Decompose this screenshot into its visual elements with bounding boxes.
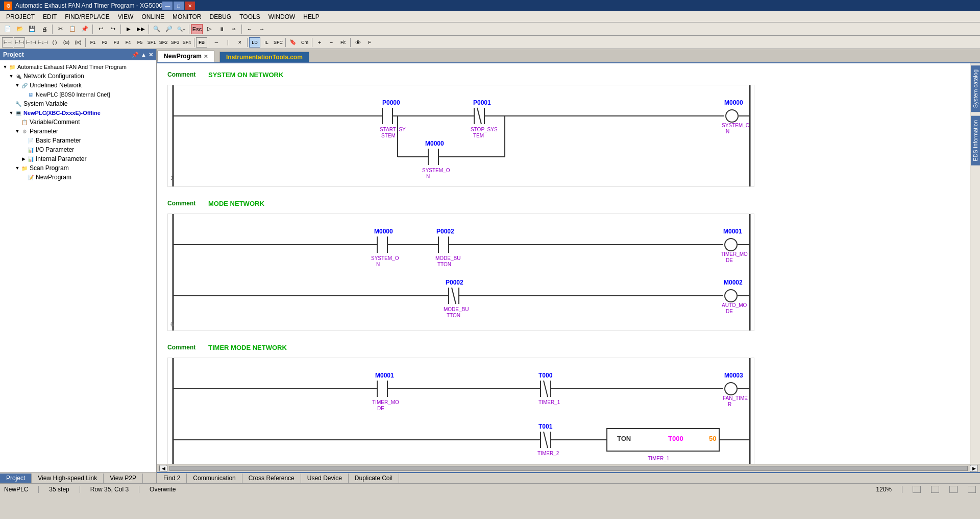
panel-pin-btn[interactable]: 📌 — [132, 52, 139, 58]
tab-newprogram[interactable]: NewProgram ✕ — [157, 51, 214, 62]
tb2-f4[interactable]: F4 — [122, 37, 134, 48]
editor-area[interactable]: Comment SYSTEM ON NETWORK 1 — [157, 63, 970, 464]
tb2-neg-edge[interactable]: ⊢↓⊣ — [37, 37, 48, 48]
tb2-nc-contact[interactable]: ⊢/⊣ — [14, 37, 25, 48]
zoom-out-btn[interactable]: 🔍− — [176, 24, 187, 34]
tb2-zoom-in[interactable]: + — [314, 37, 325, 48]
tb2-zoom-fit[interactable]: Fit — [337, 37, 349, 48]
tab-website[interactable]: InstrumentationTools.com — [219, 52, 309, 62]
run-btn[interactable]: ▷ — [204, 24, 215, 34]
btab-highspeed[interactable]: View High-speed Link — [32, 474, 104, 483]
tb2-sfcview[interactable]: SFC — [273, 37, 284, 48]
tree-item-varcomment[interactable]: ▶ 📋 Variable/Comment — [0, 117, 156, 127]
project-panel-header: Project 📌 ▲ ✕ — [0, 49, 156, 60]
panel-restore-btn[interactable]: ▲ — [141, 52, 146, 58]
tb2-sf2[interactable]: SF2 — [158, 37, 169, 48]
tb2-sf3[interactable]: SF3 — [169, 37, 181, 48]
zoom-in-btn[interactable]: 🔎 — [163, 24, 175, 34]
tree-item-scanprog[interactable]: ▼ 📁 Scan Program — [0, 163, 156, 173]
tree-item-netconf[interactable]: ▼ 🔌 Network Configuration — [0, 72, 156, 81]
menu-find-replace[interactable]: FIND/REPLACE — [61, 12, 113, 21]
tree-item-newplc-b0s0[interactable]: ▶ 🖥 NewPLC [B0S0 Internal Cnet] — [0, 90, 156, 99]
redo-btn[interactable]: ↪ — [107, 24, 118, 34]
status-sep-2 — [80, 486, 80, 493]
menu-online[interactable]: ONLINE — [137, 12, 168, 21]
tb2-f3[interactable]: F3 — [111, 37, 122, 48]
tb2-sf4[interactable]: SF4 — [181, 37, 192, 48]
tb2-bookmark[interactable]: 🔖 — [287, 37, 299, 48]
print-btn[interactable]: 🖨 — [39, 24, 50, 34]
tb2-f1[interactable]: F1 — [87, 37, 99, 48]
menu-window[interactable]: WINDOW — [264, 12, 300, 21]
tb2-coil-set[interactable]: (S) — [61, 37, 72, 48]
tree-item-basicparam[interactable]: ▶ 📄 Basic Parameter — [0, 136, 156, 145]
tb2-comment[interactable]: Cm — [299, 37, 310, 48]
menu-monitor[interactable]: MONITOR — [168, 12, 205, 21]
tree-item-undefnet[interactable]: ▼ 🔗 Undefined Network — [0, 81, 156, 90]
compile-all-btn[interactable]: ▶▶ — [135, 24, 146, 34]
pause-btn[interactable]: ⏸ — [216, 24, 227, 34]
btab-p2p[interactable]: View P2P — [104, 474, 143, 483]
tb2-pos-edge[interactable]: ⊢↑⊣ — [26, 37, 37, 48]
output-tab-find2[interactable]: Find 2 — [157, 474, 187, 483]
panel-close-btn[interactable]: ✕ — [149, 52, 153, 58]
tree-item-newprogram[interactable]: ▶ 📝 NewProgram — [0, 173, 156, 182]
tb2-force[interactable]: F — [364, 37, 375, 48]
menu-tools[interactable]: TOOLS — [235, 12, 264, 21]
stop-btn[interactable]: Esc — [191, 24, 203, 34]
undo-btn[interactable]: ↩ — [95, 24, 106, 34]
minimize-button[interactable]: — — [162, 2, 173, 10]
forward-btn[interactable]: → — [256, 24, 267, 34]
tb2-f5[interactable]: F5 — [134, 37, 145, 48]
output-tab-useddev[interactable]: Used Device — [301, 474, 349, 483]
copy-btn[interactable]: 📋 — [67, 24, 78, 34]
close-button[interactable]: ✕ — [185, 2, 195, 10]
save-btn[interactable]: 💾 — [27, 24, 38, 34]
tree-item-sysvar[interactable]: ▶ 🔧 System Variable — [0, 99, 156, 108]
tb2-fn-block[interactable]: FB — [196, 37, 207, 48]
tb2-coil[interactable]: ( ) — [49, 37, 60, 48]
svg-text:TEM: TEM — [473, 133, 484, 138]
tree-item-root[interactable]: ▼ 📁 Automatic Exhaust FAN And Timer Prog… — [0, 62, 156, 72]
tb2-del-wire[interactable]: ✕ — [234, 37, 246, 48]
tb2-sf1[interactable]: SF1 — [146, 37, 157, 48]
back-btn[interactable]: ← — [244, 24, 255, 34]
tb2-f2[interactable]: F2 — [99, 37, 110, 48]
tb2-h-wire[interactable]: ─ — [211, 37, 222, 48]
menu-project[interactable]: PROJECT — [2, 12, 39, 21]
menu-view[interactable]: VIEW — [114, 12, 138, 21]
tree-item-internalparam[interactable]: ▶ 📊 Internal Parameter — [0, 154, 156, 163]
tb2-coil-reset[interactable]: (R) — [72, 37, 84, 48]
new-btn[interactable]: 📄 — [2, 24, 13, 34]
tb2-ladder-view[interactable]: LD — [249, 37, 260, 48]
open-btn[interactable]: 📂 — [14, 24, 26, 34]
debug-step-btn[interactable]: ⇒ — [228, 24, 239, 34]
scroll-thumb-h[interactable] — [169, 466, 968, 471]
scroll-right-btn[interactable]: ▶ — [970, 465, 978, 472]
menu-help[interactable]: HELP — [299, 12, 323, 21]
tree-item-ioparam[interactable]: ▶ 📊 I/O Parameter — [0, 145, 156, 154]
tab-newprogram-close[interactable]: ✕ — [204, 54, 208, 59]
right-tab-edsinfo[interactable]: EDS Information — [971, 116, 980, 166]
menu-debug[interactable]: DEBUG — [206, 12, 236, 21]
tb2-monitor-on[interactable]: 👁 — [352, 37, 363, 48]
right-tab-syscatalog[interactable]: System catalog — [971, 65, 980, 112]
tb2-zoom-out[interactable]: − — [326, 37, 337, 48]
output-tab-xref[interactable]: Cross Reference — [242, 474, 301, 483]
maximize-button[interactable]: □ — [174, 2, 184, 10]
find-btn[interactable]: 🔍 — [151, 24, 162, 34]
tb2-v-wire[interactable]: │ — [223, 37, 234, 48]
tb2-il-view[interactable]: IL — [261, 37, 272, 48]
output-tab-comm[interactable]: Communication — [187, 474, 242, 483]
tree-item-parameter[interactable]: ▼ ⚙ Parameter — [0, 127, 156, 136]
menu-edit[interactable]: EDIT — [39, 12, 61, 21]
scroll-left-btn[interactable]: ◀ — [159, 465, 167, 472]
output-tab-dupcoil[interactable]: Duplicate Coil — [349, 474, 399, 483]
cut-btn[interactable]: ✂ — [55, 24, 66, 34]
scrollbar-horizontal[interactable]: ◀ ▶ — [157, 464, 980, 472]
tree-item-newplc-main[interactable]: ▼ 💻 NewPLC(XBC-DxxxE)-Offline — [0, 108, 156, 117]
tb2-no-contact[interactable]: ⊢⊣ — [2, 37, 13, 48]
compile-btn[interactable]: ▶ — [123, 24, 134, 34]
paste-btn[interactable]: 📌 — [79, 24, 90, 34]
btab-project[interactable]: Project — [0, 474, 32, 483]
